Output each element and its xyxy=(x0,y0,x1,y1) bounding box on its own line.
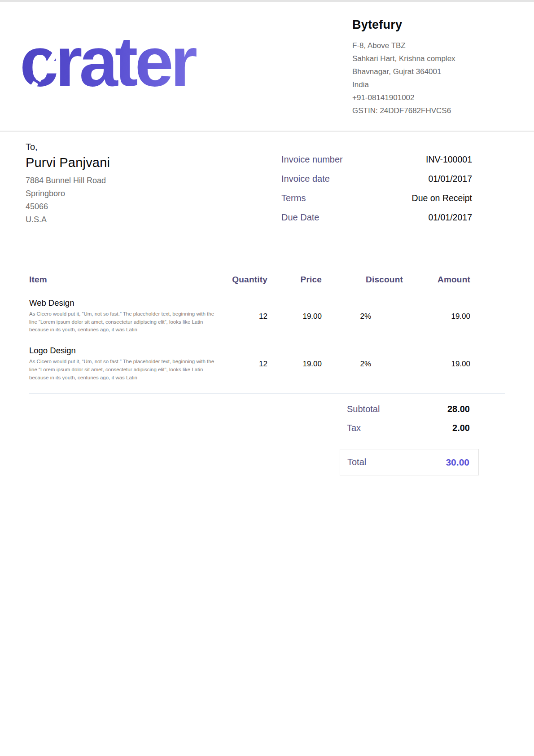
bill-to-label: To, xyxy=(26,142,214,152)
company-gstin: GSTIN: 24DDF7682FHVCS6 xyxy=(352,104,500,117)
item-quantity: 12 xyxy=(218,298,267,334)
subtotal-value: 28.00 xyxy=(447,404,470,414)
total-label: Total xyxy=(347,457,366,467)
customer-address-line: Springboro xyxy=(26,187,214,200)
column-header-price: Price xyxy=(267,275,322,285)
customer-address-line: U.S.A xyxy=(26,213,214,226)
item-discount: 2% xyxy=(322,346,403,382)
item-quantity: 12 xyxy=(218,346,267,382)
items-table-header: Item Quantity Price Discount Amount xyxy=(29,275,505,285)
terms-label: Terms xyxy=(281,193,306,203)
invoice-number-value: INV-100001 xyxy=(426,154,472,165)
items-table: Item Quantity Price Discount Amount Web … xyxy=(29,275,505,394)
due-date-value: 01/01/2017 xyxy=(428,212,472,223)
item-name: Web Design xyxy=(29,298,218,308)
item-amount: 19.00 xyxy=(403,346,470,382)
item-cell: Logo Design As Cicero would put it, “Um,… xyxy=(29,346,218,382)
customer-address-line: 7884 Bunnel Hill Road xyxy=(26,174,214,187)
column-header-item: Item xyxy=(29,275,218,285)
item-price: 19.00 xyxy=(267,298,322,334)
item-discount: 2% xyxy=(322,298,403,334)
item-description: As Cicero would put it, “Um, not so fast… xyxy=(29,310,217,334)
invoice-number-label: Invoice number xyxy=(281,154,343,165)
invoice-page: crater Bytefury F-8, Above TBZ Sahkari H… xyxy=(0,0,534,756)
invoice-header: crater Bytefury F-8, Above TBZ Sahkari H… xyxy=(0,2,534,132)
invoice-date-row: Invoice date 01/01/2017 xyxy=(281,169,472,189)
company-phone: +91-08141901002 xyxy=(352,91,500,104)
customer-address-line: 45066 xyxy=(26,200,214,213)
totals-block: Subtotal 28.00 Tax 2.00 Total 30.00 xyxy=(340,400,479,475)
invoice-date-value: 01/01/2017 xyxy=(428,174,472,184)
company-name: Bytefury xyxy=(352,18,500,32)
invoice-meta: Invoice number INV-100001 Invoice date 0… xyxy=(281,150,472,227)
tax-value: 2.00 xyxy=(452,423,470,433)
invoice-number-row: Invoice number INV-100001 xyxy=(281,150,472,169)
company-block: Bytefury F-8, Above TBZ Sahkari Hart, Kr… xyxy=(352,18,500,117)
item-cell: Web Design As Cicero would put it, “Um, … xyxy=(29,298,218,334)
due-date-label: Due Date xyxy=(281,212,320,223)
company-address-line: Bhavnagar, Gujrat 364001 xyxy=(352,65,500,78)
subtotal-label: Subtotal xyxy=(347,404,380,414)
crater-logo: crater xyxy=(20,17,231,107)
due-date-row: Due Date 01/01/2017 xyxy=(281,208,472,227)
company-address-line: Sahkari Hart, Krishna complex xyxy=(352,52,500,65)
item-description: As Cicero would put it, “Um, not so fast… xyxy=(29,358,217,382)
customer-name: Purvi Panjvani xyxy=(26,155,214,170)
table-divider xyxy=(29,393,505,394)
total-value: 30.00 xyxy=(446,457,469,468)
column-header-quantity: Quantity xyxy=(218,275,267,285)
table-row: Web Design As Cicero would put it, “Um, … xyxy=(29,298,505,334)
item-amount: 19.00 xyxy=(403,298,470,334)
customer-address: 7884 Bunnel Hill Road Springboro 45066 U… xyxy=(26,174,214,226)
item-price: 19.00 xyxy=(267,346,322,382)
column-header-discount: Discount xyxy=(322,275,403,285)
company-address: F-8, Above TBZ Sahkari Hart, Krishna com… xyxy=(352,39,500,117)
company-address-line: F-8, Above TBZ xyxy=(352,39,500,52)
subtotal-row: Subtotal 28.00 xyxy=(340,400,479,418)
tax-label: Tax xyxy=(347,423,361,433)
invoice-date-label: Invoice date xyxy=(281,174,330,184)
table-row: Logo Design As Cicero would put it, “Um,… xyxy=(29,346,505,382)
terms-row: Terms Due on Receipt xyxy=(281,189,472,208)
terms-value: Due on Receipt xyxy=(412,193,472,203)
column-header-amount: Amount xyxy=(403,275,470,285)
company-address-line: India xyxy=(352,78,500,91)
total-box: Total 30.00 xyxy=(340,449,479,475)
tax-row: Tax 2.00 xyxy=(340,418,479,437)
item-name: Logo Design xyxy=(29,346,218,356)
bill-to-block: To, Purvi Panjvani 7884 Bunnel Hill Road… xyxy=(26,142,214,226)
